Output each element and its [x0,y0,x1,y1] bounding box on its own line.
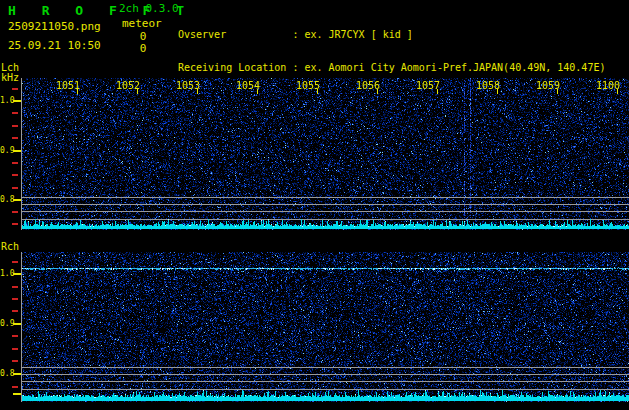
datetime-label: 25.09.21 10:50 [8,39,101,52]
lch-ytick-1.0: 1.0 [0,96,13,105]
minor-tick [12,310,18,312]
lch-spectrogram [22,78,629,230]
major-tick [13,373,21,375]
minor-tick [12,348,18,350]
minor-tick [12,298,18,300]
major-tick [13,323,21,325]
minor-tick [12,211,18,213]
minute-tick [317,89,318,94]
minor-tick [12,386,18,388]
minor-tick [12,261,18,263]
app-version: 2ch 0.3.0 [119,2,179,15]
lch-ytick-0.8: 0.8 [0,195,13,204]
minute-tick [557,89,558,94]
output-filename: 2509211050.png [8,20,101,33]
minor-tick [12,88,18,90]
minor-tick [12,360,18,362]
minor-tick [12,187,18,189]
minute-tick [497,89,498,94]
minor-tick [12,112,18,114]
minute-tick [437,89,438,94]
observer-line: Ovserver : ex. JR7CYX [ kid ] [178,29,629,40]
minute-tick [377,89,378,94]
minute-tick [77,89,78,94]
minor-tick [12,335,18,337]
minute-tick [257,89,258,94]
mode-label: meteor [122,17,162,30]
hrofft-screen: H R O F F T 2ch 0.3.0 2509211050.png met… [0,0,629,410]
rch-spectrogram [22,252,629,402]
minute-tick [137,89,138,94]
major-tick [13,273,21,275]
major-tick [13,100,21,102]
minute-tick [617,89,618,94]
rch-ytick-0.8: 0.8 [0,369,13,378]
rch-panel-label: Rch [1,241,19,252]
rch-ytick-1.0: 1.0 [0,269,13,278]
lch-ytick-0.9: 0.9 [0,146,13,155]
minor-tick [12,174,18,176]
minor-tick [12,125,18,127]
lch-unit-label: kHz [1,72,19,83]
rch-ytick-0.9: 0.9 [0,319,13,328]
minute-tick [197,89,198,94]
major-tick [13,199,21,201]
minor-tick [12,286,18,288]
receiving-location-line: Receiving Location : ex. Aomori City Aom… [178,62,629,73]
minor-tick [12,137,18,139]
major-tick [13,150,21,152]
meteor-count-bottom: 0 [137,42,149,55]
minor-tick [12,162,18,164]
minor-tick [12,223,18,225]
major-tick [13,393,21,395]
